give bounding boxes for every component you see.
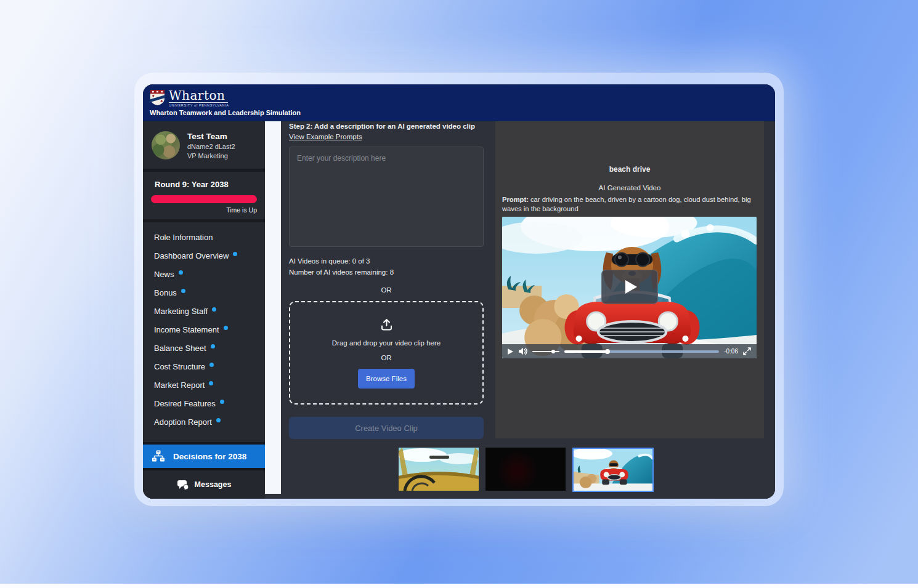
sidebar-item-balance-sheet[interactable]: Balance Sheet (143, 339, 265, 357)
round-progress-bar (151, 195, 257, 203)
sidebar-item-label: Market Report (154, 381, 205, 390)
progress-fill (564, 350, 607, 353)
sidebar-item-label: Income Statement (154, 325, 219, 334)
thumbnail-black-clip[interactable] (485, 448, 566, 491)
video-dropzone[interactable]: Drag and drop your video clip here OR Br… (289, 301, 484, 405)
messages-button[interactable]: Messages (143, 470, 265, 499)
round-section: Round 9: Year 2038 Time is Up (143, 172, 265, 222)
prompt-text: car driving on the beach, driven by a ca… (502, 196, 751, 212)
app-window: Wharton UNIVERSITY of PENNSYLVANIA Whart… (143, 84, 775, 499)
sidebar-item-label: News (154, 270, 174, 279)
sidebar-item-income-statement[interactable]: Income Statement (143, 320, 265, 339)
create-video-clip-button[interactable]: Create Video Clip (289, 417, 484, 439)
thumbnail-scene (399, 448, 479, 491)
chat-bubbles-icon (177, 480, 189, 490)
bottom-strip (0, 584, 918, 588)
brand-subtitle: UNIVERSITY of PENNSYLVANIA (169, 103, 229, 107)
sidebar-item-label: Balance Sheet (154, 344, 206, 353)
desktop-background: Wharton UNIVERSITY of PENNSYLVANIA Whart… (0, 0, 918, 588)
sidebar-item-market-report[interactable]: Market Report (143, 376, 265, 394)
time-remaining: -0:06 (724, 348, 738, 355)
progress-handle[interactable] (605, 349, 610, 354)
video-title: beach drive (502, 165, 757, 174)
fullscreen-icon[interactable] (743, 347, 751, 355)
team-profile: Test Team dName2 dLast2 VP Marketing (143, 121, 265, 172)
video-type-label: AI Generated Video (502, 184, 757, 191)
notification-dot (212, 307, 216, 312)
sidebar-item-decisions[interactable]: Decisions for 2038 (143, 442, 265, 470)
play-button[interactable] (508, 348, 513, 355)
step2-title: Step 2: Add a description for an AI gene… (289, 123, 484, 130)
app-title: Wharton Teamwork and Leadership Simulati… (150, 109, 775, 116)
thumbnail-beach-drive-selected[interactable] (572, 448, 654, 492)
wharton-shield-icon (150, 89, 165, 106)
upload-icon (380, 318, 394, 332)
notification-dot (233, 252, 237, 256)
video-controls: -0:06 (502, 344, 757, 358)
view-example-prompts-link[interactable]: View Example Prompts (289, 133, 362, 140)
sidebar-item-news[interactable]: News (143, 265, 265, 283)
volume-icon[interactable] (518, 347, 527, 355)
main-content: Step 2: Add a description for an AI gene… (281, 121, 775, 499)
video-player[interactable]: -0:06 (502, 217, 757, 358)
sidebar-item-adoption-report[interactable]: Adoption Report (143, 413, 265, 431)
sidebar-item-label: Adoption Report (154, 417, 212, 427)
dropzone-text: Drag and drop your video clip here (332, 339, 441, 347)
notification-dot (179, 270, 183, 275)
video-clip-form: Step 2: Add a description for an AI gene… (289, 121, 484, 439)
notification-dot (209, 381, 213, 385)
app-header: Wharton UNIVERSITY of PENNSYLVANIA Whart… (143, 84, 775, 121)
scrollbar-gutter[interactable] (265, 121, 281, 494)
play-icon (625, 280, 637, 294)
sidebar-item-label: Dashboard Overview (154, 251, 229, 260)
dropzone-or: OR (381, 354, 391, 361)
thumbnail-scene (574, 449, 652, 491)
notification-dot (220, 400, 224, 404)
thumbnail-yellow-car-dashboard[interactable] (399, 448, 479, 491)
team-avatar (152, 131, 180, 159)
team-member: dName2 dLast2 (187, 143, 235, 150)
notification-dot (224, 326, 228, 330)
round-title: Round 9: Year 2038 (151, 180, 257, 189)
play-overlay-button[interactable] (601, 270, 658, 304)
decisions-label: Decisions for 2038 (173, 452, 246, 461)
sidebar-item-marketing-staff[interactable]: Marketing Staff (143, 302, 265, 320)
notification-dot (216, 418, 221, 422)
clip-thumbnails (399, 448, 654, 492)
notification-dot (211, 344, 215, 348)
team-role: VP Marketing (187, 152, 235, 159)
team-name: Test Team (187, 132, 235, 141)
description-input[interactable] (289, 147, 484, 247)
volume-handle[interactable] (551, 350, 555, 353)
sidebar-item-label: Desired Features (154, 399, 216, 408)
sidebar-item-bonus[interactable]: Bonus (143, 283, 265, 302)
notification-dot (181, 289, 185, 293)
sidebar-item-label: Cost Structure (154, 362, 205, 371)
sidebar-item-desired-features[interactable]: Desired Features (143, 394, 265, 413)
progress-bar[interactable] (564, 350, 719, 353)
org-chart-icon (152, 450, 165, 462)
browse-files-button[interactable]: Browse Files (358, 369, 415, 389)
messages-label: Messages (195, 480, 232, 489)
remaining-status: Number of AI videos remaining: 8 (289, 268, 484, 276)
sidebar-item-label: Role Information (154, 233, 213, 242)
brand-name: Wharton (169, 89, 229, 102)
sidebar: Test Team dName2 dLast2 VP Marketing Rou… (143, 121, 265, 499)
video-prompt: Prompt: car driving on the beach, driven… (502, 195, 757, 214)
sidebar-nav: Role Information Dashboard Overview News… (143, 222, 265, 433)
video-preview-panel: beach drive AI Generated Video Prompt: c… (495, 121, 764, 438)
sidebar-item-role-information[interactable]: Role Information (143, 228, 265, 246)
queue-status: AI Videos in queue: 0 of 3 (289, 257, 484, 265)
or-divider: OR (289, 286, 484, 294)
volume-slider[interactable] (532, 351, 559, 352)
sidebar-item-dashboard-overview[interactable]: Dashboard Overview (143, 246, 265, 265)
round-time-status: Time is Up (151, 206, 257, 214)
notification-dot (209, 363, 214, 367)
sidebar-item-label: Bonus (154, 288, 177, 297)
sidebar-item-label: Marketing Staff (154, 307, 208, 316)
prompt-label: Prompt: (502, 196, 529, 203)
sidebar-item-cost-structure[interactable]: Cost Structure (143, 357, 265, 376)
brand-divider (169, 102, 228, 103)
